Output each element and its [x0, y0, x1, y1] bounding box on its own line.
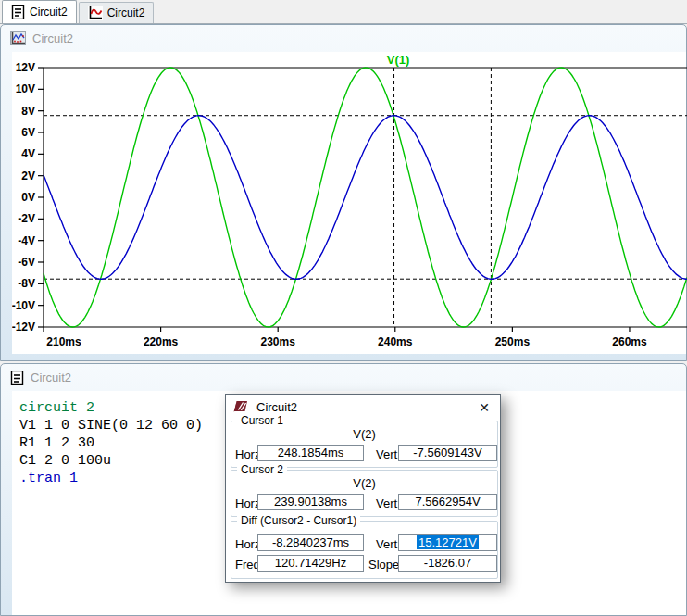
waveform-plot-area: 12V10V8V6V4V2V0V-2V-4V-6V-8V-10V-12V210m… — [12, 52, 686, 354]
x-tick-label: 260ms — [612, 335, 647, 348]
diff-horz-field[interactable]: -8.2840237ms — [257, 534, 364, 551]
diff-vert-field[interactable]: 15.12721V — [398, 534, 497, 551]
cursor1-horz-field[interactable]: 248.1854ms — [257, 445, 364, 461]
y-tick-label: -8V — [18, 277, 35, 290]
tab-label: Circuit2 — [30, 6, 68, 19]
y-tick-label: -10V — [12, 299, 35, 312]
y-tick-label: -2V — [18, 212, 35, 225]
selected-value: 15.12721V — [417, 535, 479, 549]
diff-freq-field[interactable]: 120.71429Hz — [257, 555, 364, 572]
waveform-window-titlebar[interactable]: Circuit2 — [1, 25, 686, 52]
tab-netlist-circuit2[interactable]: Circuit2 — [2, 0, 77, 23]
ltspice-main-window: Circuit2 Circuit2 — [0, 0, 687, 616]
trace-v2[interactable] — [44, 116, 687, 280]
waveform-chart-icon — [88, 6, 103, 20]
netlist-doc-icon — [11, 5, 25, 19]
netlist-window-title: Circuit2 — [31, 371, 71, 384]
netlist-window-icon — [10, 371, 24, 385]
diff-legend: Diff (Cursor2 - Cursor1) — [237, 514, 360, 527]
plot-title-trace-label[interactable]: V(1) — [387, 53, 410, 67]
cursor2-horz-field[interactable]: 239.90138ms — [257, 494, 364, 510]
y-tick-label: 2V — [21, 170, 35, 182]
y-tick-label: 6V — [21, 126, 35, 139]
waveform-window-icon — [10, 31, 26, 46]
trace-v1[interactable] — [44, 68, 687, 327]
cursor1-group: Cursor 1 V(2) Horz: 248.1854ms Vert: -7.… — [231, 421, 498, 468]
waveform-plot[interactable]: 12V10V8V6V4V2V0V-2V-4V-6V-8V-10V-12V210m… — [12, 52, 687, 356]
waveform-window-title: Circuit2 — [32, 31, 73, 45]
cursor2-vert-field[interactable]: 7.5662954V — [398, 494, 497, 510]
document-tab-bar: Circuit2 Circuit2 — [0, 0, 687, 24]
diff-slope-field[interactable]: -1826.07 — [398, 555, 497, 572]
x-tick-label: 230ms — [261, 335, 296, 348]
diff-group: Diff (Cursor2 - Cursor1) Horz: -8.284023… — [231, 521, 498, 579]
y-tick-label: 12V — [16, 61, 35, 74]
x-tick-label: 220ms — [144, 335, 179, 348]
x-tick-label: 240ms — [378, 335, 413, 348]
y-tick-label: -12V — [12, 321, 35, 333]
close-icon[interactable]: ✕ — [475, 398, 493, 417]
cursor2-group: Cursor 2 V(2) Horz: 239.90138ms Vert: 7.… — [231, 470, 498, 517]
cursor1-vert-field[interactable]: -7.5609143V — [398, 445, 497, 461]
y-tick-label: 8V — [21, 105, 35, 118]
tab-label: Circuit2 — [107, 6, 145, 19]
cursor-dialog-title: Circuit2 — [256, 400, 468, 414]
y-tick-label: 0V — [21, 191, 35, 204]
y-tick-label: -4V — [18, 234, 35, 247]
x-tick-label: 210ms — [46, 335, 81, 348]
cursor2-legend: Cursor 2 — [237, 463, 287, 476]
cursor2-vert-label: Vert: — [376, 497, 401, 510]
x-tick-label: 250ms — [495, 335, 531, 348]
waveform-window: Circuit2 12V10V8V6V4V2V0V-2V-4V-6V-8V-10… — [0, 24, 687, 361]
cursor1-vert-label: Vert: — [376, 447, 401, 461]
netlist-window-titlebar[interactable]: Circuit2 — [1, 364, 686, 391]
y-tick-label: 10V — [16, 82, 35, 95]
diff-vert-label: Vert: — [376, 537, 401, 551]
cursor1-trace: V(2) — [231, 427, 497, 441]
cursor2-trace: V(2) — [231, 476, 497, 490]
tab-waveform-circuit2[interactable]: Circuit2 — [79, 2, 155, 23]
y-tick-label: 4V — [21, 147, 35, 160]
y-tick-label: -6V — [18, 256, 35, 269]
cursor-dialog: Circuit2 ✕ Cursor 1 V(2) Horz: 248.1854m… — [225, 394, 501, 583]
cursor1-legend: Cursor 1 — [237, 414, 287, 427]
